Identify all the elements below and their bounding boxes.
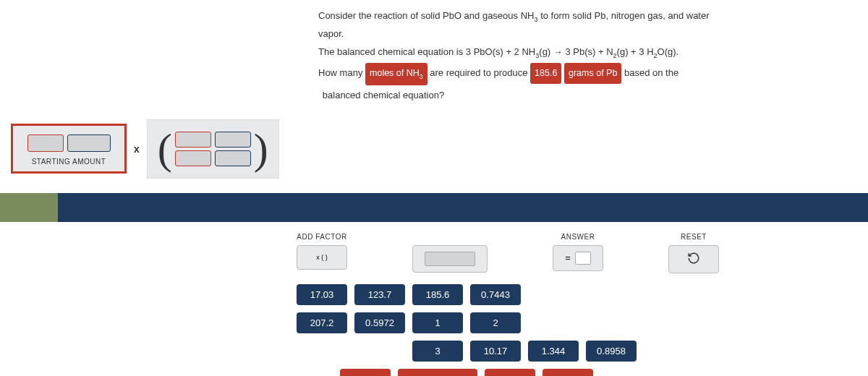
reset-label: RESET (668, 233, 719, 241)
number-tile[interactable]: 123.7 (354, 284, 405, 305)
denominator-unit-slot[interactable] (215, 150, 251, 166)
prompt-text: How many (318, 67, 365, 78)
number-tile[interactable]: 1 (412, 312, 463, 333)
prompt-text: based on the (624, 67, 678, 78)
number-tile[interactable]: 3 (412, 341, 463, 362)
number-tile[interactable]: 0.8958 (586, 341, 637, 362)
answer-label: ANSWER (553, 233, 603, 241)
denominator-value-slot[interactable] (175, 150, 211, 166)
number-tile[interactable]: 207.2 (297, 312, 347, 333)
dimensional-analysis-workspace: STARTING AMOUNT x ( ) (0, 119, 868, 193)
prompt-text: O(g). (658, 46, 679, 57)
right-paren-icon: ) (254, 127, 268, 171)
add-factor-button[interactable]: x ( ) (297, 245, 347, 270)
unit-tiles-row: g Pb g NH3/mol NH3 g NH3 mol NH3 g Pb/mo… (0, 369, 651, 376)
left-paren-icon: ( (158, 127, 172, 171)
answer-slot-icon (575, 252, 591, 265)
answer-button[interactable]: = (553, 245, 603, 271)
chip-grams-pb: grams of Pb (564, 63, 621, 84)
starting-amount-box[interactable]: STARTING AMOUNT (11, 124, 127, 174)
divider-bar (0, 193, 868, 222)
blank-slot-icon (425, 252, 475, 266)
conversion-factor-box[interactable]: ( ) (147, 119, 279, 179)
unit-tile[interactable]: g NH3/mol NH3 (398, 369, 477, 376)
numerator-unit-slot[interactable] (215, 132, 251, 148)
prompt-text: The balanced chemical equation is 3 PbO(… (318, 46, 535, 57)
number-tile[interactable]: 10.17 (470, 341, 521, 362)
number-tile[interactable]: 17.03 (297, 284, 347, 305)
unit-tile[interactable]: g NH3 (485, 369, 535, 376)
prompt-text: are required to produce (430, 67, 530, 78)
number-tile[interactable]: 1.344 (528, 341, 579, 362)
divider-segment (58, 193, 868, 222)
number-tile[interactable]: 0.7443 (470, 284, 521, 305)
number-tile[interactable]: 2 (470, 312, 521, 333)
progress-segment (0, 193, 58, 222)
undo-icon (687, 252, 700, 267)
numeric-tiles-row1: 17.03 123.7 185.6 0.7443 207.2 0.5972 1 … (0, 284, 564, 333)
multiply-symbol: x (134, 143, 140, 155)
question-prompt: Consider the reaction of solid PbO and g… (0, 0, 723, 119)
prompt-text: Consider the reaction of solid PbO and g… (318, 10, 534, 21)
add-factor-label: ADD FACTOR (297, 233, 347, 241)
reset-button[interactable] (668, 245, 719, 273)
starting-value-slot[interactable] (27, 134, 64, 152)
prompt-text: (g) → 3 Pb(s) + N (539, 46, 613, 57)
number-tile[interactable]: 185.6 (412, 284, 463, 305)
starting-unit-slot[interactable] (67, 134, 111, 152)
blank-factor-button[interactable] (412, 245, 488, 273)
starting-amount-label: STARTING AMOUNT (20, 158, 117, 166)
numerator-value-slot[interactable] (175, 132, 211, 148)
numeric-tiles-row2: 3 10.17 1.344 0.8958 (0, 341, 651, 362)
number-tile[interactable]: 0.5972 (354, 312, 405, 333)
prompt-text: balanced chemical equation? (323, 90, 444, 101)
unit-tile[interactable]: mol NH3 (542, 369, 593, 376)
unit-tile[interactable]: g Pb (340, 369, 391, 376)
blank-label (412, 233, 488, 241)
controls-row: ADD FACTOR x ( ) ANSWER = RESET (0, 222, 868, 273)
chip-moles-nh3: moles of NH3 (365, 63, 427, 85)
prompt-text: (g) + 3 H (617, 46, 654, 57)
chip-mass-value: 185.6 (530, 63, 561, 84)
